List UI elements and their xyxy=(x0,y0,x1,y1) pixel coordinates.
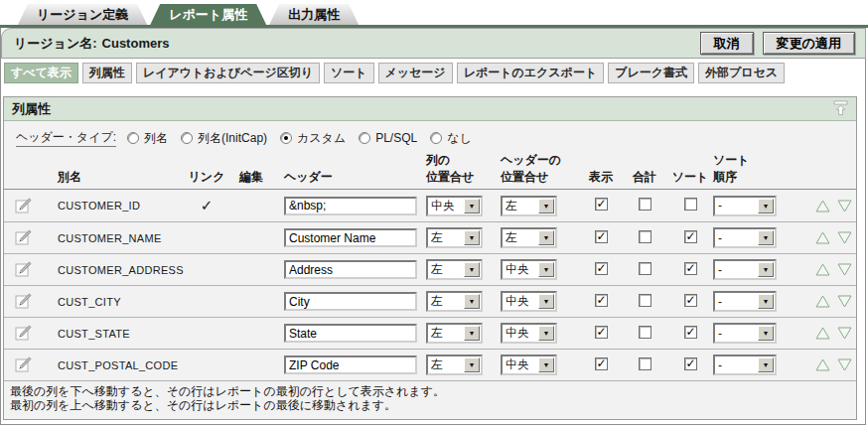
sort-checkbox[interactable]: ✓ xyxy=(684,262,697,275)
column-align-select[interactable]: 左▼ xyxy=(426,291,483,312)
column-align-select[interactable]: 左▼ xyxy=(426,259,483,280)
radio-column-name-initcap[interactable] xyxy=(181,132,193,144)
column-align-select[interactable]: 左▼ xyxy=(426,227,483,248)
show-checkbox[interactable]: ✓ xyxy=(595,230,608,243)
sort-sequence-select[interactable]: -▼ xyxy=(713,196,777,216)
radio-none[interactable] xyxy=(430,132,442,144)
header-text-input[interactable] xyxy=(284,260,417,279)
column-align-select[interactable]: 左▼ xyxy=(426,323,483,344)
header-align-select[interactable]: 中央▼ xyxy=(501,355,557,375)
header-sort: ソート xyxy=(667,169,713,186)
toolbar-sorting[interactable]: ソート xyxy=(324,63,374,83)
dropdown-arrow-icon: ▼ xyxy=(758,326,774,341)
edit-column-icon[interactable] xyxy=(15,198,33,214)
sort-sequence-select[interactable]: -▼ xyxy=(713,227,777,248)
dropdown-arrow-icon: ▼ xyxy=(464,357,480,372)
tab-region-definition[interactable]: リージョン定義 xyxy=(18,4,147,25)
sort-checkbox[interactable]: ✓ xyxy=(684,357,697,370)
scroll-to-top-icon[interactable] xyxy=(833,100,848,116)
show-checkbox[interactable]: ✓ xyxy=(595,294,608,307)
sort-checkbox[interactable]: ✓ xyxy=(684,326,697,339)
header-edit: 編集 xyxy=(230,169,272,186)
header-align-select[interactable]: 中央▼ xyxy=(501,323,557,344)
table-row: CUSTOMER_NAME ✓ 左▼ 左▼ ✓ ✓ ✓ -▼ xyxy=(4,221,856,253)
move-down-icon[interactable] xyxy=(837,327,852,340)
cancel-button[interactable]: 取消 xyxy=(700,32,754,55)
sort-checkbox[interactable]: ✓ xyxy=(684,198,697,211)
sort-sequence-select[interactable]: -▼ xyxy=(713,259,777,280)
dropdown-arrow-icon: ▼ xyxy=(538,199,554,213)
sum-checkbox[interactable]: ✓ xyxy=(639,262,651,275)
table-footnote: 最後の列を下へ移動すると、その行はレポートの最初の行として表示されます。 最初の… xyxy=(4,381,856,412)
edit-column-icon[interactable] xyxy=(15,325,33,342)
dropdown-arrow-icon: ▼ xyxy=(464,294,480,309)
sort-sequence-select[interactable]: -▼ xyxy=(713,291,777,312)
edit-column-icon[interactable] xyxy=(15,293,33,310)
move-up-icon[interactable] xyxy=(815,327,830,340)
dropdown-arrow-icon: ▼ xyxy=(464,262,480,277)
dropdown-arrow-icon: ▼ xyxy=(758,294,774,309)
header-text-input[interactable] xyxy=(284,324,417,343)
edit-column-icon[interactable] xyxy=(15,229,33,246)
radio-label: カスタム xyxy=(297,130,346,147)
header-text-input[interactable] xyxy=(284,355,417,374)
move-up-icon[interactable] xyxy=(815,358,830,371)
toolbar-messages[interactable]: メッセージ xyxy=(378,63,453,83)
move-down-icon[interactable] xyxy=(837,263,852,276)
move-down-icon[interactable] xyxy=(837,231,852,244)
header-text-input[interactable] xyxy=(284,228,417,247)
header-align-select[interactable]: 左▼ xyxy=(501,227,557,248)
radio-plsql[interactable] xyxy=(359,132,370,144)
header-text-input[interactable] xyxy=(284,197,417,215)
tab-output-attributes[interactable]: 出力属性 xyxy=(269,4,359,25)
show-checkbox[interactable]: ✓ xyxy=(595,262,608,275)
footnote-line-1: 最後の列を下へ移動すると、その行はレポートの最初の行として表示されます。 xyxy=(10,384,850,398)
sort-sequence-select[interactable]: -▼ xyxy=(713,355,777,375)
toolbar-column-attributes[interactable]: 列属性 xyxy=(82,63,132,83)
column-alias: CUST_CITY xyxy=(44,296,183,308)
header-type-label[interactable]: ヘッダー・タイプ: xyxy=(16,129,116,147)
show-checkbox[interactable]: ✓ xyxy=(595,198,608,211)
header-align-select[interactable]: 左▼ xyxy=(501,196,557,216)
move-up-icon[interactable] xyxy=(815,295,830,308)
toolbar-show-all[interactable]: すべて表示 xyxy=(4,63,78,83)
sort-sequence-select[interactable]: -▼ xyxy=(713,323,777,344)
apply-changes-button[interactable]: 変更の適用 xyxy=(763,32,855,55)
move-down-icon[interactable] xyxy=(837,200,852,213)
move-up-icon[interactable] xyxy=(815,200,830,213)
sum-checkbox[interactable]: ✓ xyxy=(639,357,651,370)
header-sum: 合計 xyxy=(622,169,667,186)
toolbar-report-export[interactable]: レポートのエクスポート xyxy=(457,63,605,83)
toolbar-external-processing[interactable]: 外部プロセス xyxy=(698,63,785,83)
move-up-icon[interactable] xyxy=(815,231,830,244)
toolbar-layout-pagination[interactable]: レイアウトおよびページ区切り xyxy=(136,63,320,83)
header-text-input[interactable] xyxy=(284,292,417,311)
tab-report-attributes[interactable]: レポート属性 xyxy=(150,4,266,25)
link-checkmark-icon: ✓ xyxy=(201,197,214,213)
sum-checkbox[interactable]: ✓ xyxy=(639,326,651,339)
radio-label: PL/SQL xyxy=(375,131,417,145)
toolbar-break-formatting[interactable]: ブレーク書式 xyxy=(608,63,694,83)
edit-column-icon[interactable] xyxy=(15,356,33,373)
column-attributes-panel: 列属性 ヘッダー・タイプ: 列名 列名(InitCap) カスタム PL/SQL xyxy=(3,96,857,420)
move-down-icon[interactable] xyxy=(837,295,852,308)
dropdown-arrow-icon: ▼ xyxy=(758,357,774,372)
sort-checkbox[interactable]: ✓ xyxy=(684,294,697,307)
radio-custom[interactable] xyxy=(280,132,292,144)
show-checkbox[interactable]: ✓ xyxy=(595,326,608,339)
dropdown-arrow-icon: ▼ xyxy=(758,262,774,277)
sum-checkbox[interactable]: ✓ xyxy=(639,230,651,243)
header-align-select[interactable]: 中央▼ xyxy=(501,291,557,312)
sort-checkbox[interactable]: ✓ xyxy=(684,230,697,243)
radio-column-name[interactable] xyxy=(127,132,139,144)
move-up-icon[interactable] xyxy=(815,263,830,276)
edit-column-icon[interactable] xyxy=(15,261,33,278)
sum-checkbox[interactable]: ✓ xyxy=(639,198,651,211)
column-align-select[interactable]: 左▼ xyxy=(426,355,483,375)
show-checkbox[interactable]: ✓ xyxy=(595,357,608,370)
sum-checkbox[interactable]: ✓ xyxy=(639,294,651,307)
region-title-bar: リージョン名: Customers 取消 変更の適用 xyxy=(1,28,866,59)
move-down-icon[interactable] xyxy=(837,358,852,371)
column-align-select[interactable]: 中央▼ xyxy=(426,196,483,216)
header-align-select[interactable]: 中央▼ xyxy=(501,259,557,280)
